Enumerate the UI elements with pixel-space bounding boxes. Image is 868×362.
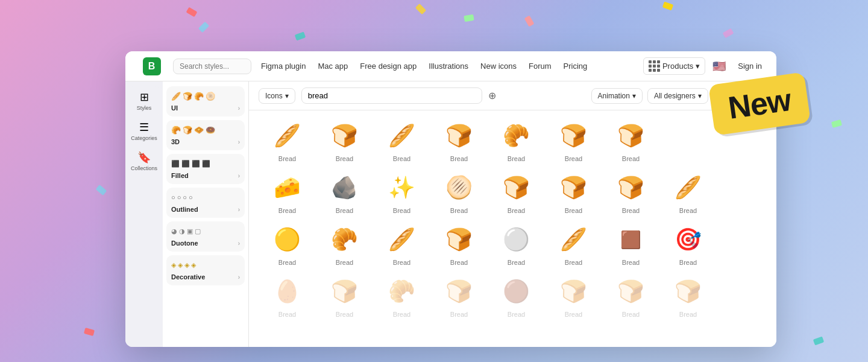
search-area — [173, 59, 251, 74]
icons-row-3: 🟡Bread 🥐Bread 🥖Bread 🍞Bread ⚪Bread 🥖Brea… — [259, 219, 767, 268]
icon-label: Bread — [622, 207, 640, 214]
main-search-input[interactable] — [301, 87, 482, 104]
bread-icon-img: 🍞 — [615, 120, 647, 151]
icon-item[interactable]: 🫓Bread — [430, 167, 488, 217]
nav-mac-app[interactable]: Mac app — [318, 62, 348, 71]
styles-icon: ⊞ — [140, 91, 149, 104]
sidebar-item-styles[interactable]: ⊞ Styles — [127, 86, 161, 115]
designers-filter-button[interactable]: All designers ▾ — [647, 88, 708, 104]
icon-item[interactable]: 🎯Bread — [659, 219, 717, 268]
icon-item[interactable]: 🍞Bread — [545, 115, 602, 165]
sidebar-item-categories[interactable]: ☰ Categories — [127, 116, 161, 145]
icon-item[interactable]: 🍞Bread — [545, 271, 602, 320]
style-cat-ui[interactable]: 🥖 🍞 🥐 🫓 UI › — [166, 86, 245, 116]
icon-item[interactable]: 🍞Bread — [316, 271, 373, 320]
app-logo[interactable]: B — [143, 57, 161, 75]
icon-item[interactable]: 🍞Bread — [316, 115, 373, 165]
icon-item[interactable]: 🍞Bread — [602, 167, 659, 217]
icon-item[interactable]: ✨Bread — [373, 167, 430, 217]
sign-in-button[interactable]: Sign in — [733, 59, 767, 73]
icon-item[interactable]: 🥚Bread — [259, 271, 316, 320]
nav-links: Figma plugin Mac app Free design app Ill… — [261, 62, 643, 71]
nav-free-design[interactable]: Free design app — [360, 62, 417, 71]
animation-chevron-icon: ▾ — [632, 92, 636, 100]
icon-label: Bread — [450, 207, 468, 214]
icon-item[interactable]: 🥐Bread — [373, 271, 430, 320]
style-cat-duotone-icons: ◕ ◑ ▣ ▢ — [171, 225, 240, 237]
icon-label: Bread — [393, 155, 410, 162]
sidebar-right-styles: 🥖 🍞 🥐 🫓 UI › 🥐 🍞 🧇 🍩 — [163, 81, 248, 347]
style-cat-outlined[interactable]: ○ ○ ○ ○ Outlined › — [166, 188, 245, 218]
icon-item[interactable]: 🍞Bread — [488, 167, 545, 217]
bread-icon-img: 🥐 — [501, 120, 532, 151]
icon-item[interactable]: 🥖Bread — [545, 219, 602, 268]
icons-row-2: 🧀Bread 🪨Bread ✨Bread 🫓Bread 🍞Bread 🍞Brea… — [259, 167, 767, 217]
bread-icon-img: 🍞 — [444, 120, 475, 151]
top-nav: B Figma plugin Mac app Free design app I… — [125, 51, 776, 81]
style-search-input[interactable] — [173, 59, 251, 74]
style-cat-outlined-label: Outlined — [171, 206, 198, 213]
icon-item[interactable]: 🪨Bread — [316, 167, 373, 217]
confetti-piece — [524, 16, 535, 27]
icon-item[interactable]: ⚪Bread — [488, 219, 545, 268]
icon-item[interactable]: 🥖Bread — [373, 219, 430, 268]
icon-item[interactable]: 🍞Bread — [602, 115, 659, 165]
icon-item[interactable]: 🍞Bread — [602, 271, 659, 320]
icons-type-dropdown[interactable]: Icons ▾ — [259, 88, 295, 104]
icon-label: Bread — [336, 155, 353, 162]
icon-item[interactable]: 🟫Bread — [602, 219, 659, 268]
nav-illustrations[interactable]: Illustrations — [429, 62, 468, 71]
sidebar-item-collections[interactable]: 🔖 Collections — [127, 147, 161, 176]
icon-item[interactable]: 🥖Bread — [373, 115, 430, 165]
icon-item[interactable]: 🥖Bread — [659, 167, 717, 217]
icon-item[interactable]: 🍞Bread — [430, 115, 488, 165]
icon-label: Bread — [278, 207, 296, 214]
style-cat-duotone-label: Duotone — [171, 240, 198, 247]
icon-label: Bread — [508, 311, 525, 318]
style-cat-filled[interactable]: ⬛ ⬛ ⬛ ⬛ Filled › — [166, 154, 245, 184]
icon-label: Bread — [622, 311, 640, 318]
confetti-piece — [831, 119, 842, 128]
icon-label: Bread — [278, 311, 296, 318]
style-cat-decorative[interactable]: ◈ ◈ ◈ ◈ Decorative › — [166, 255, 245, 285]
icon-item[interactable]: 🍞Bread — [659, 271, 717, 320]
icons-grid: 🥖Bread 🍞Bread 🥖Bread 🍞Bread 🥐Bread 🍞Brea… — [249, 110, 776, 347]
icon-item[interactable]: 🥐Bread — [316, 219, 373, 268]
style-cat-decorative-icons: ◈ ◈ ◈ ◈ — [171, 259, 240, 271]
icon-label: Bread — [393, 259, 410, 266]
sidebar-categories-label: Categories — [131, 135, 157, 141]
bread-icon-img: 🍞 — [558, 172, 590, 203]
icon-item[interactable]: 🍞Bread — [430, 271, 488, 320]
confetti-piece — [415, 4, 426, 14]
sidebar-left-nav: ⊞ Styles ☰ Categories 🔖 Collections — [125, 81, 163, 347]
bread-icon-img: 🥖 — [673, 172, 704, 203]
visual-search-icon[interactable]: ⊕ — [488, 90, 496, 101]
confetti-piece — [813, 337, 824, 346]
nav-pricing[interactable]: Pricing — [564, 62, 588, 71]
bread-icon-img: 🥖 — [558, 224, 590, 255]
icon-label: Bread — [565, 207, 582, 214]
icon-item[interactable]: 🟡Bread — [259, 219, 316, 268]
icon-item[interactable]: 🍞Bread — [430, 219, 488, 268]
icon-item[interactable]: 🟤Bread — [488, 271, 545, 320]
logo-area: B — [135, 57, 168, 75]
nav-forum[interactable]: Forum — [529, 62, 552, 71]
icon-item[interactable]: 🧀Bread — [259, 167, 316, 217]
nav-figma-plugin[interactable]: Figma plugin — [261, 62, 306, 71]
icon-label: Bread — [622, 259, 640, 266]
style-cat-duotone[interactable]: ◕ ◑ ▣ ▢ Duotone › — [166, 221, 245, 252]
style-cat-3d[interactable]: 🥐 🍞 🧇 🍩 3D › — [166, 120, 245, 150]
icon-item[interactable]: 🥐Bread — [488, 115, 545, 165]
products-button[interactable]: Products ▾ — [643, 57, 705, 75]
icon-item[interactable]: 🥖Bread — [259, 115, 316, 165]
icon-label: Bread — [508, 155, 525, 162]
bread-icon-img: 🫓 — [444, 172, 475, 203]
products-grid-icon — [649, 60, 660, 72]
flag-icon[interactable]: 🇺🇸 — [712, 60, 726, 73]
icon-label: Bread — [679, 207, 697, 214]
style-cat-outlined-icons: ○ ○ ○ ○ — [171, 191, 240, 203]
animation-filter-button[interactable]: Animation ▾ — [591, 88, 643, 104]
nav-new-icons[interactable]: New icons — [480, 62, 517, 71]
icon-label: Bread — [622, 155, 640, 162]
icon-item[interactable]: 🍞Bread — [545, 167, 602, 217]
